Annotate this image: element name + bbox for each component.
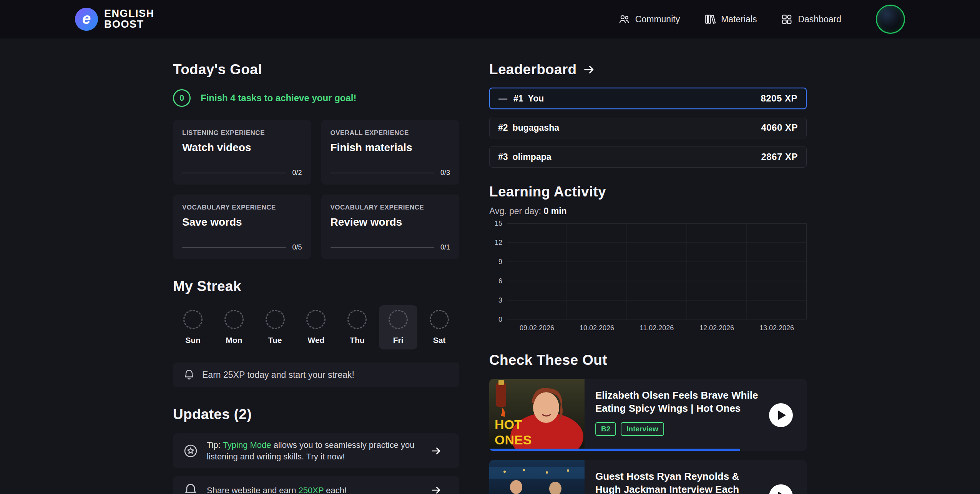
goal-message: Finish 4 tasks to achieve your goal!: [201, 93, 356, 103]
my-streak-title: My Streak: [173, 278, 459, 294]
talk-show-thumbnail-art: [489, 460, 585, 494]
task-category: OVERALL EXPERIENCE: [331, 129, 450, 137]
update-item-typing-mode[interactable]: Tip: Typing Mode allows you to seamlessl…: [173, 433, 459, 468]
avatar[interactable]: [876, 5, 905, 34]
streak-day-label: Fri: [393, 336, 404, 345]
rank-change: —: [498, 93, 507, 104]
streak-day-tue: Tue: [256, 305, 294, 349]
rank: #2: [498, 123, 508, 133]
leaderboard-row-you: — #1 You 8205 XP: [489, 88, 807, 109]
progress-count: 0/3: [440, 169, 450, 177]
task-title: Review words: [331, 216, 450, 228]
x-tick: 13.02.2026: [747, 324, 807, 332]
streak-day-label: Tue: [268, 336, 282, 345]
tag-badge: Interview: [621, 422, 664, 436]
activity-chart: 15 12 9 6 3 0: [489, 223, 807, 319]
video-progress-fill: [489, 449, 740, 451]
tip-icon: [183, 443, 198, 459]
hot-ones-thumbnail-art: HOT ONES: [489, 379, 585, 451]
main-nav: Community Materials Dashboard: [618, 5, 905, 34]
streak-day-thu: Thu: [338, 305, 376, 349]
check-these-out-title: Check These Out: [489, 352, 807, 368]
nav-community-label: Community: [635, 14, 680, 25]
player-xp: 2867 XP: [761, 151, 798, 162]
progress-track: [331, 173, 434, 173]
video-title: Guest Hosts Ryan Reynolds & Hugh Jackman…: [595, 470, 758, 494]
bell-icon: [183, 369, 195, 381]
streak-day-label: Sun: [185, 336, 201, 345]
avg-value: 0 min: [544, 206, 567, 216]
arrow-right-icon[interactable]: [583, 63, 596, 76]
streak-circle: [183, 310, 203, 329]
right-column: Leaderboard — #1 You 8205 XP #2 bugagash…: [489, 62, 807, 494]
update-highlight: Typing Mode: [223, 440, 271, 450]
brand-logo[interactable]: e ENGLISH BOOST: [75, 8, 154, 31]
video-title: Elizabeth Olsen Feels Brave While Eating…: [595, 389, 758, 415]
task-grid: LISTENING EXPERIENCE Watch videos 0/2 OV…: [173, 120, 459, 259]
task-category: LISTENING EXPERIENCE: [182, 129, 302, 137]
materials-icon: [704, 13, 716, 25]
x-tick: 10.02.2026: [567, 324, 627, 332]
update-post: each!: [324, 486, 347, 494]
nav-community[interactable]: Community: [618, 13, 680, 25]
x-tick: 09.02.2026: [507, 324, 567, 332]
streak-day-label: Sat: [433, 336, 446, 345]
progress-track: [182, 173, 286, 173]
streak-circle: [224, 310, 244, 329]
chart-grid: [507, 223, 807, 319]
task-card-watch-videos[interactable]: LISTENING EXPERIENCE Watch videos 0/2: [173, 120, 311, 185]
video-thumbnail: HOT ONES: [489, 379, 585, 451]
task-category: VOCABULARY EXPERIENCE: [182, 204, 302, 211]
task-progress: 0/2: [182, 169, 302, 177]
task-progress: 0/3: [331, 169, 450, 177]
chart-y-axis: 15 12 9 6 3 0: [489, 223, 507, 319]
community-icon: [618, 13, 630, 25]
streak-day-sun: Sun: [174, 305, 212, 349]
video-info: Elizabeth Olsen Feels Brave While Eating…: [585, 379, 769, 451]
learning-activity-title: Learning Activity: [489, 184, 807, 200]
streak-day-label: Thu: [350, 336, 364, 345]
update-item-share-website[interactable]: Share website and earn 250XP each!: [173, 476, 459, 494]
leaderboard-row: #2 bugagasha 4060 XP: [489, 117, 807, 138]
play-button[interactable]: [769, 403, 793, 427]
update-pre: Share website and earn: [207, 486, 299, 494]
player-xp: 8205 XP: [761, 93, 797, 104]
nav-dashboard[interactable]: Dashboard: [781, 13, 841, 25]
arrow-right-icon[interactable]: [430, 445, 442, 457]
streak-day-wed: Wed: [297, 305, 335, 349]
streak-circle: [266, 310, 285, 329]
streak-circle: [430, 310, 449, 329]
leaderboard-row: #3 olimpapa 2867 XP: [489, 146, 807, 168]
progress-count: 0/5: [292, 243, 302, 251]
brand-line1: ENGLISH: [104, 8, 154, 19]
header: e ENGLISH BOOST Community Materials: [0, 0, 980, 38]
streak-banner: Earn 25XP today and start your streak!: [173, 363, 459, 387]
chart-x-axis: 09.02.2026 10.02.2026 11.02.2026 12.02.2…: [507, 324, 807, 332]
task-category: VOCABULARY EXPERIENCE: [331, 204, 450, 211]
left-column: Today's Goal 0 Finish 4 tasks to achieve…: [173, 62, 459, 494]
video-card-hot-ones[interactable]: HOT ONES Elizabeth Olsen Feels Brave Whi…: [489, 379, 807, 451]
todays-goal-title: Today's Goal: [173, 62, 459, 78]
svg-text:ONES: ONES: [495, 432, 532, 447]
avg-per-day: Avg. per day: 0 min: [489, 206, 807, 216]
y-tick: 12: [495, 239, 502, 247]
progress-count: 0/2: [292, 169, 302, 177]
task-card-finish-materials[interactable]: OVERALL EXPERIENCE Finish materials 0/3: [321, 120, 460, 185]
streak-day-label: Wed: [308, 336, 325, 345]
level-badge: B2: [595, 422, 616, 436]
leaderboard-title: Leaderboard: [489, 62, 576, 78]
task-card-save-words[interactable]: VOCABULARY EXPERIENCE Save words 0/5: [173, 195, 311, 259]
streak-circle: [347, 310, 367, 329]
task-card-review-words[interactable]: VOCABULARY EXPERIENCE Review words 0/1: [321, 195, 460, 259]
arrow-right-icon[interactable]: [430, 484, 442, 494]
video-info: Guest Hosts Ryan Reynolds & Hugh Jackman…: [585, 460, 769, 494]
logo-icon: e: [75, 8, 98, 31]
task-title: Watch videos: [182, 141, 302, 154]
progress-track: [182, 247, 286, 248]
play-button[interactable]: [769, 484, 793, 494]
nav-materials[interactable]: Materials: [704, 13, 757, 25]
bell-icon: [183, 482, 198, 494]
play-area: [769, 460, 807, 494]
video-card-reynolds-jackman[interactable]: Guest Hosts Ryan Reynolds & Hugh Jackman…: [489, 460, 807, 494]
goal-summary: 0 Finish 4 tasks to achieve your goal!: [173, 89, 459, 107]
